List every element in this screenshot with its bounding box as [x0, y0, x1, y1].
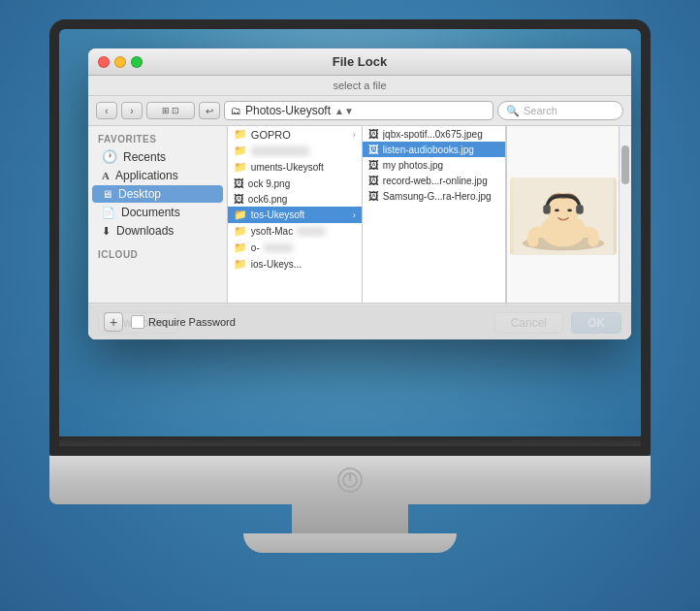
folder-icon: 📁 — [234, 161, 247, 174]
image-icon: 🖼 — [368, 144, 379, 155]
image-icon: 🖼 — [368, 190, 379, 202]
app-strip: + Require Password — [88, 303, 631, 339]
file-name: uments-Ukeysoft — [251, 162, 324, 173]
file-item[interactable]: 🖼 record-web...r-online.jpg — [363, 173, 506, 188]
icloud-label: iCloud — [88, 247, 227, 262]
file-item[interactable]: 📁 o- — [228, 240, 362, 256]
folder-icon: 📁 — [234, 209, 247, 221]
view-button[interactable]: ⊞ ⊡ — [146, 102, 195, 119]
sidebar-item-applications[interactable]: A Applications — [92, 167, 223, 184]
downloads-icon: ⬇ — [102, 225, 111, 238]
action-button[interactable]: ↩ — [199, 102, 220, 119]
file-name: Samsung-G...ra-Hero.jpg — [383, 191, 492, 202]
file-item[interactable]: 📁 ysoft-Mac — [228, 223, 362, 240]
preview-column — [506, 126, 618, 306]
sidebar-item-label: Desktop — [118, 187, 161, 201]
applications-icon: A — [102, 170, 110, 181]
scrollbar[interactable] — [619, 126, 631, 306]
dialog-subtitle: select a file — [88, 76, 631, 96]
preview-image — [510, 177, 617, 255]
favorites-label: Favorites — [88, 132, 227, 146]
folder-icon: 📁 — [234, 128, 247, 141]
file-icon: 🖼 — [234, 193, 244, 205]
monitor-stand-base — [243, 533, 457, 553]
file-name: tos-Ukeysoft — [251, 209, 305, 220]
search-bar[interactable]: 🔍 Search — [497, 101, 623, 120]
monitor-screen: File Lock select a file ‹ › ⊞ ⊡ ↩ 🗂 Phot… — [49, 19, 651, 436]
file-name: ock 9.png — [248, 178, 290, 189]
dialog-title: File Lock — [333, 54, 387, 69]
file-icon: 🖼 — [234, 177, 244, 189]
file-column-1: 📁 GOPRO › 📁 📁 uments-Ukeysoft 🖼 o — [228, 126, 363, 306]
file-item-selected[interactable]: 📁 tos-Ukeysoft › — [228, 207, 362, 223]
preview-svg — [510, 177, 617, 255]
file-name: ios-Ukeys... — [251, 259, 302, 270]
file-item[interactable]: 📁 ios-Ukeys... — [228, 256, 362, 273]
sidebar-item-label: Applications — [115, 169, 178, 182]
file-name: o- — [251, 242, 260, 253]
image-icon: 🖼 — [368, 175, 379, 186]
sidebar: Favorites 🕐 Recents A Applications 🖥 Des… — [88, 126, 228, 306]
maximize-button[interactable] — [131, 56, 143, 68]
file-item[interactable]: 🖼 ock6.png — [228, 191, 362, 207]
documents-icon: 📄 — [102, 207, 115, 219]
svg-rect-4 — [543, 205, 551, 213]
file-item[interactable]: 🖼 ock 9.png — [228, 176, 362, 191]
sidebar-item-downloads[interactable]: ⬇ Downloads — [92, 222, 223, 240]
sidebar-item-label: Documents — [121, 206, 180, 219]
folder-icon: 📁 — [234, 258, 247, 271]
scrollbar-thumb[interactable] — [621, 145, 629, 184]
image-icon: 🖼 — [368, 159, 379, 171]
svg-point-7 — [567, 209, 572, 211]
image-icon: 🖼 — [368, 128, 379, 140]
file-name: GOPRO — [251, 129, 291, 141]
minimize-button[interactable] — [114, 56, 126, 68]
location-text: Photos-Ukeysoft — [245, 104, 331, 117]
search-placeholder: Search — [524, 105, 557, 116]
file-name: ysoft-Mac — [251, 226, 293, 237]
svg-rect-5 — [576, 205, 584, 213]
toolbar: ‹ › ⊞ ⊡ ↩ 🗂 Photos-Ukeysoft ▲▼ 🔍 Search — [88, 96, 631, 126]
file-name: record-web...r-online.jpg — [383, 176, 488, 186]
require-password-label[interactable]: Require Password — [131, 315, 236, 329]
chevron-right-icon: › — [353, 130, 356, 140]
monitor-logo — [334, 465, 366, 496]
sidebar-item-desktop[interactable]: 🖥 Desktop — [92, 185, 223, 203]
sidebar-item-label: Downloads — [116, 224, 174, 238]
monitor: File Lock select a file ‹ › ⊞ ⊡ ↩ 🗂 Phot… — [30, 19, 670, 592]
require-password-checkbox[interactable] — [131, 315, 144, 329]
file-name: listen-audiobooks.jpg — [383, 145, 474, 155]
file-name-blurred — [251, 146, 309, 156]
file-name: ock6.png — [248, 194, 288, 205]
desktop-icon: 🖥 — [102, 188, 112, 200]
titlebar: File Lock — [88, 48, 631, 76]
sidebar-item-documents[interactable]: 📄 Documents — [92, 204, 223, 221]
file-item[interactable]: 🖼 Samsung-G...ra-Hero.jpg — [363, 188, 506, 204]
file-column-2: 🖼 jqbx-spotif...0x675.jpeg 🖼 listen-audi… — [363, 126, 507, 306]
file-item[interactable]: 📁 GOPRO › — [228, 126, 362, 143]
file-item[interactable]: 🖼 jqbx-spotif...0x675.jpeg — [363, 126, 506, 142]
require-password-text: Require Password — [148, 316, 236, 328]
monitor-chin — [49, 456, 651, 504]
browser-area: Favorites 🕐 Recents A Applications 🖥 Des… — [88, 126, 631, 306]
file-name: my photos.jpg — [383, 160, 443, 171]
folder-icon: 📁 — [234, 225, 247, 238]
file-item[interactable]: 📁 — [228, 143, 362, 159]
sidebar-item-recents[interactable]: 🕐 Recents — [92, 147, 223, 166]
file-item-selected[interactable]: 🖼 listen-audiobooks.jpg — [363, 142, 506, 157]
file-name: jqbx-spotif...0x675.jpeg — [383, 129, 483, 140]
add-button[interactable]: + — [104, 312, 123, 332]
location-bar[interactable]: 🗂 Photos-Ukeysoft ▲▼ — [224, 101, 493, 120]
back-button[interactable]: ‹ — [96, 102, 117, 119]
sidebar-item-label: Recents — [123, 150, 166, 164]
close-button[interactable] — [98, 56, 110, 68]
svg-point-6 — [555, 209, 559, 211]
file-item[interactable]: 🖼 my photos.jpg — [363, 157, 506, 173]
folder-icon: 📁 — [234, 145, 247, 157]
forward-button[interactable]: › — [121, 102, 143, 119]
file-item[interactable]: 📁 uments-Ukeysoft — [228, 159, 362, 176]
monitor-stand-top — [292, 504, 408, 533]
traffic-lights — [98, 56, 143, 68]
location-chevron: ▲▼ — [334, 106, 354, 116]
file-dialog: File Lock select a file ‹ › ⊞ ⊡ ↩ 🗂 Phot… — [88, 48, 631, 339]
